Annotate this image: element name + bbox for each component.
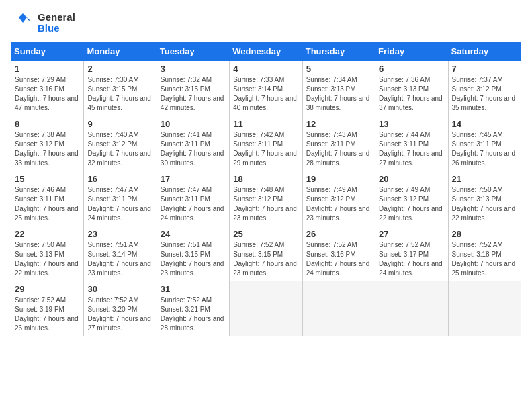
day-info: Sunrise: 7:52 AM Sunset: 3:20 PM Dayligh… [87, 295, 152, 333]
calendar-row: 8 Sunrise: 7:38 AM Sunset: 3:12 PM Dayli… [11, 116, 521, 171]
table-row: 8 Sunrise: 7:38 AM Sunset: 3:12 PM Dayli… [11, 116, 84, 171]
day-number: 7 [452, 64, 517, 74]
day-number: 5 [306, 64, 371, 74]
day-number: 13 [379, 119, 444, 129]
day-number: 9 [87, 119, 152, 129]
table-row: 20 Sunrise: 7:49 AM Sunset: 3:12 PM Dayl… [375, 171, 448, 226]
header-sunday: Sunday [11, 42, 84, 61]
logo: General Blue [11, 11, 75, 35]
day-info: Sunrise: 7:52 AM Sunset: 3:15 PM Dayligh… [233, 240, 298, 278]
day-number: 17 [161, 174, 226, 184]
day-info: Sunrise: 7:50 AM Sunset: 3:13 PM Dayligh… [452, 185, 517, 223]
table-row: 7 Sunrise: 7:37 AM Sunset: 3:12 PM Dayli… [448, 61, 521, 116]
table-row: 31 Sunrise: 7:52 AM Sunset: 3:21 PM Dayl… [157, 281, 229, 336]
calendar-row: 1 Sunrise: 7:29 AM Sunset: 3:16 PM Dayli… [11, 61, 521, 116]
day-info: Sunrise: 7:48 AM Sunset: 3:12 PM Dayligh… [233, 185, 298, 223]
day-number: 2 [87, 64, 152, 74]
table-row: 11 Sunrise: 7:42 AM Sunset: 3:11 PM Dayl… [230, 116, 302, 171]
table-row: 23 Sunrise: 7:51 AM Sunset: 3:14 PM Dayl… [84, 226, 157, 281]
day-number: 15 [15, 174, 80, 184]
table-row: 26 Sunrise: 7:52 AM Sunset: 3:16 PM Dayl… [302, 226, 375, 281]
day-number: 25 [233, 229, 298, 239]
day-info: Sunrise: 7:51 AM Sunset: 3:15 PM Dayligh… [161, 240, 226, 278]
day-number: 16 [87, 174, 152, 184]
day-info: Sunrise: 7:30 AM Sunset: 3:15 PM Dayligh… [87, 75, 152, 113]
calendar-header: Sunday Monday Tuesday Wednesday Thursday… [11, 42, 521, 61]
table-row: 30 Sunrise: 7:52 AM Sunset: 3:20 PM Dayl… [84, 281, 157, 336]
day-number: 18 [233, 174, 298, 184]
day-number: 27 [379, 229, 444, 239]
logo-container: General Blue [11, 11, 75, 35]
day-info: Sunrise: 7:37 AM Sunset: 3:12 PM Dayligh… [452, 75, 517, 113]
day-info: Sunrise: 7:52 AM Sunset: 3:16 PM Dayligh… [306, 240, 371, 278]
day-info: Sunrise: 7:42 AM Sunset: 3:11 PM Dayligh… [233, 130, 298, 168]
day-number: 1 [15, 64, 80, 74]
table-row: 15 Sunrise: 7:46 AM Sunset: 3:11 PM Dayl… [11, 171, 84, 226]
table-row: 10 Sunrise: 7:41 AM Sunset: 3:11 PM Dayl… [157, 116, 229, 171]
day-number: 11 [233, 119, 298, 129]
day-info: Sunrise: 7:44 AM Sunset: 3:11 PM Dayligh… [379, 130, 444, 168]
day-number: 30 [87, 284, 152, 294]
table-row [448, 281, 521, 336]
weekday-header-row: Sunday Monday Tuesday Wednesday Thursday… [11, 42, 521, 61]
table-row [230, 281, 302, 336]
header-monday: Monday [84, 42, 157, 61]
day-info: Sunrise: 7:51 AM Sunset: 3:14 PM Dayligh… [87, 240, 152, 278]
table-row: 6 Sunrise: 7:36 AM Sunset: 3:13 PM Dayli… [375, 61, 448, 116]
day-info: Sunrise: 7:43 AM Sunset: 3:11 PM Dayligh… [306, 130, 371, 168]
day-info: Sunrise: 7:29 AM Sunset: 3:16 PM Dayligh… [15, 75, 80, 113]
logo-text: General Blue [38, 12, 75, 34]
table-row: 1 Sunrise: 7:29 AM Sunset: 3:16 PM Dayli… [11, 61, 84, 116]
day-info: Sunrise: 7:34 AM Sunset: 3:13 PM Dayligh… [306, 75, 371, 113]
day-info: Sunrise: 7:46 AM Sunset: 3:11 PM Dayligh… [15, 185, 80, 223]
day-info: Sunrise: 7:52 AM Sunset: 3:21 PM Dayligh… [161, 295, 226, 333]
table-row: 2 Sunrise: 7:30 AM Sunset: 3:15 PM Dayli… [84, 61, 157, 116]
table-row: 29 Sunrise: 7:52 AM Sunset: 3:19 PM Dayl… [11, 281, 84, 336]
day-info: Sunrise: 7:49 AM Sunset: 3:12 PM Dayligh… [306, 185, 371, 223]
day-number: 6 [379, 64, 444, 74]
table-row: 3 Sunrise: 7:32 AM Sunset: 3:15 PM Dayli… [157, 61, 229, 116]
day-info: Sunrise: 7:41 AM Sunset: 3:11 PM Dayligh… [161, 130, 226, 168]
logo-bird-icon [11, 11, 35, 35]
table-row: 22 Sunrise: 7:50 AM Sunset: 3:13 PM Dayl… [11, 226, 84, 281]
day-number: 14 [452, 119, 517, 129]
table-row [302, 281, 375, 336]
day-number: 23 [87, 229, 152, 239]
calendar-row: 29 Sunrise: 7:52 AM Sunset: 3:19 PM Dayl… [11, 281, 521, 336]
day-info: Sunrise: 7:47 AM Sunset: 3:11 PM Dayligh… [161, 185, 226, 223]
calendar-row: 15 Sunrise: 7:46 AM Sunset: 3:11 PM Dayl… [11, 171, 521, 226]
day-info: Sunrise: 7:40 AM Sunset: 3:12 PM Dayligh… [87, 130, 152, 168]
table-row: 13 Sunrise: 7:44 AM Sunset: 3:11 PM Dayl… [375, 116, 448, 171]
day-number: 22 [15, 229, 80, 239]
day-info: Sunrise: 7:38 AM Sunset: 3:12 PM Dayligh… [15, 130, 80, 168]
day-number: 8 [15, 119, 80, 129]
day-info: Sunrise: 7:52 AM Sunset: 3:17 PM Dayligh… [379, 240, 444, 278]
header-saturday: Saturday [448, 42, 521, 61]
day-number: 29 [15, 284, 80, 294]
day-info: Sunrise: 7:32 AM Sunset: 3:15 PM Dayligh… [161, 75, 226, 113]
day-info: Sunrise: 7:36 AM Sunset: 3:13 PM Dayligh… [379, 75, 444, 113]
day-info: Sunrise: 7:45 AM Sunset: 3:11 PM Dayligh… [452, 130, 517, 168]
day-info: Sunrise: 7:52 AM Sunset: 3:19 PM Dayligh… [15, 295, 80, 333]
table-row: 4 Sunrise: 7:33 AM Sunset: 3:14 PM Dayli… [230, 61, 302, 116]
table-row: 17 Sunrise: 7:47 AM Sunset: 3:11 PM Dayl… [157, 171, 229, 226]
day-number: 20 [379, 174, 444, 184]
day-number: 31 [161, 284, 226, 294]
day-number: 12 [306, 119, 371, 129]
table-row: 19 Sunrise: 7:49 AM Sunset: 3:12 PM Dayl… [302, 171, 375, 226]
day-info: Sunrise: 7:33 AM Sunset: 3:14 PM Dayligh… [233, 75, 298, 113]
day-number: 24 [161, 229, 226, 239]
svg-marker-1 [27, 17, 31, 21]
day-info: Sunrise: 7:49 AM Sunset: 3:12 PM Dayligh… [379, 185, 444, 223]
day-number: 19 [306, 174, 371, 184]
table-row: 25 Sunrise: 7:52 AM Sunset: 3:15 PM Dayl… [230, 226, 302, 281]
table-row: 27 Sunrise: 7:52 AM Sunset: 3:17 PM Dayl… [375, 226, 448, 281]
calendar-row: 22 Sunrise: 7:50 AM Sunset: 3:13 PM Dayl… [11, 226, 521, 281]
header-thursday: Thursday [302, 42, 375, 61]
day-info: Sunrise: 7:47 AM Sunset: 3:11 PM Dayligh… [87, 185, 152, 223]
table-row: 12 Sunrise: 7:43 AM Sunset: 3:11 PM Dayl… [302, 116, 375, 171]
day-number: 21 [452, 174, 517, 184]
day-info: Sunrise: 7:50 AM Sunset: 3:13 PM Dayligh… [15, 240, 80, 278]
day-number: 10 [161, 119, 226, 129]
page-header: General Blue [11, 11, 521, 35]
